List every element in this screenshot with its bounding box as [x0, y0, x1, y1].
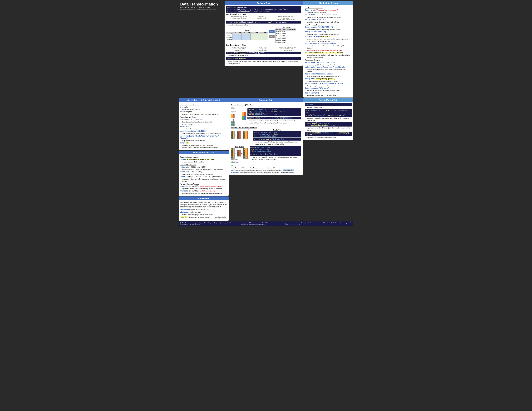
missing-title: Replace Missing Values	[180, 183, 227, 185]
display-strtrim: display strtrim("Too much Space")	[305, 73, 352, 75]
replace-price-desc: replace all values of price that are les…	[182, 168, 227, 170]
display-real: display real("100")	[305, 92, 352, 94]
jarowinkler-row: jarowinkler create distance measure for …	[231, 171, 301, 174]
recode-cmd: recode price (0 / 5000 = 5000)	[180, 171, 227, 173]
page-title: Data Transformation	[180, 2, 222, 6]
list-regexm2-note2: compare the given list against the first…	[307, 49, 352, 51]
recode2-desc: change the values and value labels then …	[182, 178, 227, 182]
replace-subinstr: replace make = subinstr(make, "Cad.", "C…	[305, 66, 352, 68]
right-column: Save & Export Data compress compress dat…	[304, 98, 353, 140]
recode2-cmd: recode foreign (0 = 2 "US")(1 = 1 "Not U…	[180, 176, 227, 178]
center-column: Combine Data Adding (Appending) New Data…	[229, 98, 303, 175]
display-length-desc: return the length of the string	[307, 11, 352, 14]
charlist-desc: display the set of unique characters wit…	[307, 16, 352, 18]
select-header: Select Parts of Data (Subsetting)	[179, 98, 228, 102]
display-strlower-desc: change string case, see also strupper, s…	[307, 85, 352, 87]
append-title: Adding (Appending) New Data	[231, 104, 301, 106]
xpose-desc: transpose rows and columns of data, clea…	[228, 60, 301, 65]
header: Data Transformation with Stata 14.1 Chea…	[179, 1, 224, 11]
display-trim: display trim(" leading / trailing spaces…	[305, 78, 352, 80]
recode-desc: change all prices less than 5000 to be $…	[182, 173, 227, 175]
melt-title: Melt Data (Wide → Long)	[226, 13, 301, 15]
select-cols-title: Select Specific Columns	[180, 104, 227, 106]
subtitle: with Stata 14.1 Cheat Sheet	[180, 6, 222, 9]
replace-section: Replace Parts of Data Change Column Name…	[179, 151, 228, 196]
reshape-header: Reshape Data	[225, 1, 303, 5]
combine-header: Combine Data	[229, 98, 303, 102]
sample-desc2: (use set seed # command for reproducible…	[182, 147, 227, 149]
label-section: Label Data Value labels map string descr…	[179, 196, 228, 221]
keep-desc: opposite of drop; keep only variables 'm…	[182, 113, 227, 115]
mvdecode-desc: replace the number 9999 with missing val…	[182, 188, 227, 190]
append-desc: add observations from "coffeeMaize2.dta"…	[249, 120, 301, 124]
webuse-line2: webuse "coffeeMaize2.dta" load demo data…	[227, 10, 301, 12]
cast-annotations: create new variables named coffee2011, m…	[226, 47, 301, 51]
xpose-block: xpose, clear varname	[226, 57, 301, 60]
manipulate-section: Manipulate Strings Get String Properties…	[304, 1, 353, 97]
change-cols-title: Change Column Names	[180, 156, 227, 158]
export-excel-desc: export data as an Excel file (.xls) with…	[307, 127, 352, 131]
display-strpos-desc: return the position in Stata where a is …	[307, 21, 352, 23]
keep-in-cmd: keep in 1/30	[180, 125, 227, 128]
merge-m1-desc: many-to-one merge of "hh2.dta" into the …	[252, 156, 301, 160]
display-strtrim-desc: replace consecutive spaces with a single…	[307, 75, 352, 77]
cast-title: Cast Data (Long → Wide)	[226, 44, 301, 46]
keep-in-desc: opposite of drop; keep only rows 1-30	[182, 128, 227, 130]
label-values-desc: define a label and apply it the values i…	[182, 214, 227, 216]
subtitle-text: with Stata 14.1	[180, 6, 195, 9]
list-regexm2-desc: return all observations where make conta…	[307, 45, 352, 49]
rename-desc: rename one or multiple variables	[182, 161, 227, 163]
export-delimited-desc: export data as a comma-delimited file (.…	[307, 137, 352, 139]
footer-left: 🐦 Tim Essam (tessam@usaid.gov) • Laura H…	[180, 222, 241, 225]
display-strlower: display strlower("STATA should not be AL…	[305, 82, 352, 85]
keep-inlist-cmd: keep if inlist(make, "Honda Accord", "Ho…	[180, 135, 227, 140]
merge-m1-code: webuse hh2.dta, clear save hh2.dta, repl…	[250, 146, 301, 153]
display-strpos: display strpos("Stata", "a")	[305, 19, 352, 21]
keep-inlist-desc: keep the specified values of make	[182, 140, 227, 142]
merge-1to1-code: webuse ind_age.dta, clear save ind_age.d…	[253, 131, 301, 138]
cheatsheet-label: Cheat Sheet	[198, 6, 210, 9]
merge-m1-diagram: id 1 1 2 2 + id 1	[231, 148, 248, 159]
replace-price-cmd: replace price = 5000 if price < 5000	[180, 166, 227, 168]
sample-cmd: sample 25	[180, 142, 227, 144]
merge-title: Merging Two Datasets Together	[231, 127, 301, 129]
export-delimited-block: export delimited "myData.csv", delimiter…	[305, 132, 352, 136]
list-regexm: list make if regexm(make, "[0-9]")	[305, 36, 352, 38]
reclink-row: reclink match records from different dat…	[231, 169, 301, 171]
replace-subinstr-desc: replace first occurrence of "Cad." with …	[307, 68, 352, 73]
display-substr-desc: return the string located between charac…	[307, 33, 352, 35]
compress-desc: compress data in memory	[307, 106, 352, 108]
reshape-long-desc: convert a wide dataset to long	[228, 24, 301, 26]
display-strmatch-desc: return 1 (true) or false (0) if string m…	[307, 28, 352, 31]
display-regexr-desc: replace string1 ("My") with string2 ("Yo…	[307, 64, 352, 66]
display-regexr: display regexr("My string", "My", "Your"…	[305, 61, 352, 64]
change-rows-title: Change Row Values	[180, 164, 227, 166]
saveold-block: saveold "myData.dta", replace version(12…	[305, 114, 352, 117]
display-real-desc: convert string to a numeric or missing v…	[307, 94, 352, 96]
save-header: Save & Export Data	[304, 98, 353, 102]
list-regexm-desc: list observations where make matches the…	[307, 38, 352, 42]
append-cmd-block: append using "coffeeMaize2.dta", gen(fil…	[247, 117, 301, 120]
sample-desc: sample 25% of the observations in the da…	[182, 144, 227, 146]
label-note-row: place note in dataset	[180, 218, 227, 220]
drop-desc: remove the 'make' variable	[182, 108, 227, 111]
keep-cmd: keep make price	[180, 111, 227, 113]
reshape-wide-desc: convert a long dataset to wide	[228, 55, 301, 57]
merge-1to1-cmd: merge 1:1 id using "ind_age.dta"	[253, 138, 301, 140]
get-props-title: Get String Properties	[305, 7, 352, 9]
drop-cond-desc: drop observations based on a condition (…	[182, 121, 227, 123]
merge-m1-row: Many-to-One id 1 1 2 2 +	[231, 146, 301, 166]
transform-title: Transform Strings	[305, 59, 352, 61]
keep-inrange-desc: keep values of price between $5,000 – $1…	[182, 132, 227, 135]
cast-arrow: cast	[269, 35, 274, 38]
list-regexm2: list if regexm(make, "(Cad.|Chev.|Datsun…	[305, 42, 352, 45]
wide-long-demo: Wide countrycoffee 2011coffee 2012maize …	[226, 27, 301, 43]
merge-1to1-desc: one-to-one merge of "ind_age.dta" into t…	[255, 141, 301, 145]
webuse-line1: webuse set webuse set https://github.com…	[227, 7, 301, 10]
display-length: display length("This string has 29 chara…	[305, 9, 352, 11]
charlist: charlist make * user-defined package	[305, 14, 352, 16]
keep-inrange-cmd: keep if inrange(price, 5000, 10000)	[180, 130, 227, 132]
reshape-wide-block: reshape wide _____, i(country) j(year)	[226, 52, 301, 54]
label-list-row: label list list all labels within the da…	[180, 216, 227, 218]
left-column: Select Parts of Data (Subsetting) Select…	[179, 98, 228, 221]
